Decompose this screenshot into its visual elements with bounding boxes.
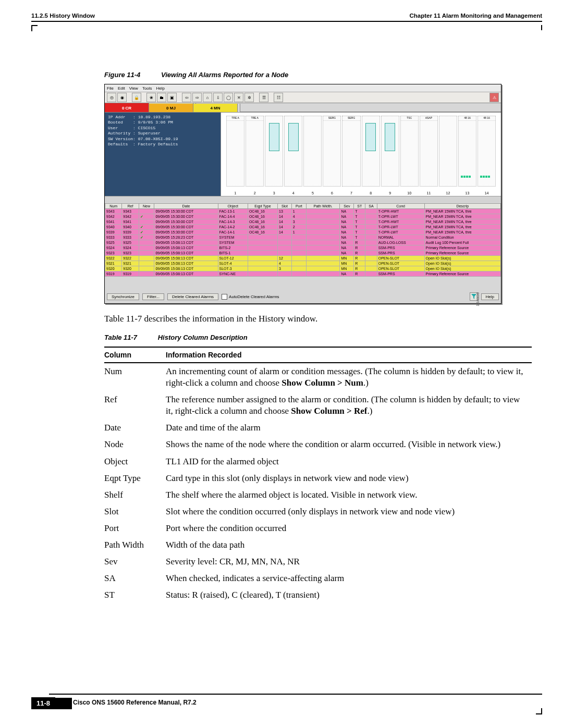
col-header[interactable]: Num <box>105 204 122 209</box>
cell: T <box>354 219 365 225</box>
tool-icon[interactable]: ☷ <box>274 93 283 102</box>
col-desc: Shows the name of the node where the con… <box>166 436 532 453</box>
table-row[interactable]: 9325932509/09/05 15:08:13 CDTSYSTEMNARAU… <box>105 240 501 245</box>
fwd-icon[interactable]: ⇨ <box>192 93 202 102</box>
table-row[interactable]: 9341934109/09/05 15:30:00 CDTFAC-14-3OC4… <box>105 219 501 225</box>
cell: R <box>354 261 365 266</box>
menu-file[interactable]: File <box>107 86 114 91</box>
tool-icon[interactable]: ❀ <box>146 93 156 102</box>
cell: 9323 <box>122 251 139 256</box>
col-header[interactable]: Cond <box>377 204 424 209</box>
delete-cleared-button[interactable]: Delete Cleared Alarms <box>167 293 218 300</box>
cell: NA <box>340 272 354 277</box>
menu-tools[interactable]: Tools <box>142 86 152 91</box>
cell: T <box>354 230 365 235</box>
col-header[interactable]: SA <box>365 204 377 209</box>
help-button[interactable]: Help <box>481 293 499 300</box>
col-header[interactable]: Ref <box>122 204 139 209</box>
cell: 9321 <box>122 261 139 266</box>
alert-icon[interactable]: ⚠ <box>489 93 499 102</box>
menu-edit[interactable]: Edit <box>118 86 125 91</box>
shelf-cards: TRE A TRE A SERG SERG TSC ASAP 48 16 48 … <box>226 116 496 187</box>
col-header[interactable]: Descrip <box>424 204 500 209</box>
col-header[interactable]: Path Width. <box>306 204 340 209</box>
cell <box>365 245 377 251</box>
cell: MN <box>340 256 354 261</box>
filter-button[interactable]: Filter... <box>142 293 164 300</box>
autodelete-checkbox[interactable]: AutoDelete Cleared Alarms <box>222 294 279 300</box>
table-row[interactable]: 9323932309/09/05 15:08:13 CDTBITS-1NARSS… <box>105 251 501 256</box>
tool-icon[interactable]: ◉ <box>117 93 127 102</box>
table-row[interactable]: 93399339✓09/09/05 15:30:00 CDTFAC-14-1OC… <box>105 230 501 235</box>
col-header[interactable]: Slot <box>278 204 292 209</box>
table-row[interactable]: 93429342✓09/09/05 15:30:00 CDTFAC-14-4OC… <box>105 214 501 219</box>
menu-help[interactable]: Help <box>156 86 165 91</box>
table-row: RefThe reference number assigned to the … <box>104 391 532 419</box>
figure-number: Figure 11-4 <box>104 71 140 79</box>
col-header[interactable]: Sev <box>340 204 354 209</box>
table-row[interactable]: 9324932409/09/05 15:08:13 CDTBITS-2NARSS… <box>105 245 501 251</box>
h-scrollbar[interactable] <box>105 196 501 203</box>
table-row[interactable]: 9322932209/09/05 15:08:13 CDTSLOT-1212MN… <box>105 256 501 261</box>
table-row[interactable]: 9343934309/09/05 15:30:00 CDTFAC-13-1OC4… <box>105 209 501 214</box>
card-slot[interactable]: TRE A <box>246 116 264 187</box>
tool-icon[interactable]: ▣ <box>167 93 177 102</box>
col-header[interactable]: Port <box>291 204 306 209</box>
card-slot[interactable] <box>381 116 399 187</box>
folder-icon[interactable]: 🖿 <box>157 93 166 102</box>
alarm-grid[interactable]: NumRefNewDateObjectEqpt TypeSlotPortPath… <box>105 203 501 290</box>
table-row[interactable]: 93409340✓09/09/05 15:30:00 CDTFAC-14-2OC… <box>105 225 501 230</box>
cell: BITS-1 <box>218 251 248 256</box>
cell: ✓ <box>139 230 154 235</box>
col-header[interactable]: New <box>139 204 154 209</box>
card-slot[interactable] <box>303 116 322 187</box>
cell <box>365 209 377 214</box>
card-slot[interactable]: ASAP <box>420 116 438 187</box>
table-row[interactable]: 9319931909/09/05 15:08:13 CDTSYNC-NENARS… <box>105 272 501 277</box>
card-slot[interactable]: 48 16 <box>458 116 476 187</box>
cell <box>139 219 154 225</box>
col-header: Information Recorded <box>166 347 532 363</box>
tool-icon[interactable]: ☰ <box>259 93 268 102</box>
back-icon[interactable]: ⇦ <box>182 93 191 102</box>
col-desc: Severity level: CR, MJ, MN, NA, NR <box>166 553 532 570</box>
synchronize-button[interactable]: Synchronize <box>107 293 139 300</box>
cell: SYSTEM <box>218 235 248 240</box>
cell <box>306 266 340 272</box>
lock-icon[interactable]: 🔒 <box>132 93 141 102</box>
home-icon[interactable]: ⌂ <box>203 93 212 102</box>
col-header[interactable]: ST <box>354 204 365 209</box>
down-icon[interactable]: ⇩ <box>213 93 223 102</box>
shelf-view[interactable]: TRE A TRE A SERG SERG TSC ASAP 48 16 48 … <box>221 113 501 196</box>
table-row[interactable]: 93339333✓09/09/05 15:28:23 CDTSYSTEMNATN… <box>105 235 501 240</box>
history-column-table: Column Information Recorded NumAn increm… <box>104 347 532 603</box>
gear-icon[interactable]: ✲ <box>244 93 254 102</box>
card-slot[interactable] <box>439 116 457 187</box>
cell <box>306 230 340 235</box>
tool-icon[interactable]: ◎ <box>107 93 116 102</box>
col-header[interactable]: Eqpt Type <box>248 204 277 209</box>
col-header[interactable]: Object <box>218 204 248 209</box>
cell: 9340 <box>122 225 139 230</box>
table-row[interactable]: 9321932109/09/05 15:08:13 CDTSLOT-44MNRO… <box>105 261 501 266</box>
card-slot[interactable]: TSC <box>400 116 419 187</box>
tool-icon[interactable]: ⤧ <box>234 93 243 102</box>
col-header[interactable]: Date <box>154 204 218 209</box>
table-row: ObjectTL1 AID for the alarmed object <box>104 453 532 470</box>
table-row[interactable]: 9320932009/09/05 15:08:13 CDTSLOT-33MNRO… <box>105 266 501 272</box>
card-slot[interactable] <box>265 116 283 187</box>
cell <box>278 235 292 240</box>
cell <box>365 240 377 245</box>
card-slot[interactable]: SERG <box>323 116 341 187</box>
card-slot[interactable]: 48 16 <box>478 116 496 187</box>
card-slot[interactable] <box>362 116 380 187</box>
col-name: Object <box>104 453 166 470</box>
card-slot[interactable]: TRE A <box>226 116 244 187</box>
menu-view[interactable]: View <box>129 86 138 91</box>
card-slot[interactable]: SERG <box>342 116 360 187</box>
cell: NA <box>340 225 354 230</box>
cell: OC48_16 <box>248 230 277 235</box>
tool-icon[interactable]: ◯ <box>224 93 233 102</box>
cell: 09/09/05 15:30:00 CDT <box>154 225 218 230</box>
card-slot[interactable] <box>284 116 302 187</box>
